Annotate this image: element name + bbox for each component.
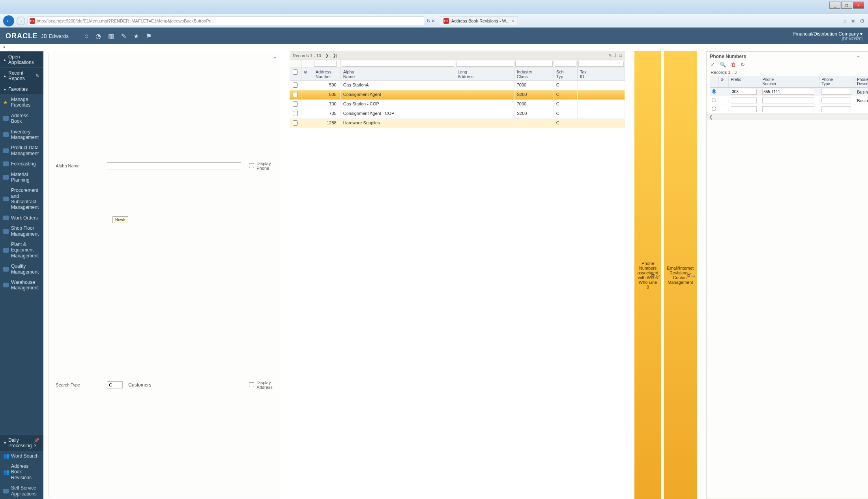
sidebar-item-shop-floor[interactable]: Shop Floor Management [0,223,43,239]
col-phone-number[interactable]: Phone Number [760,76,819,87]
sidebar-section-favorites[interactable]: ▾Favorites [0,84,43,94]
alpha-name-input[interactable] [107,162,241,169]
pin-icon[interactable]: 📌 × [34,438,39,448]
minimize-icon[interactable]: ▭ [691,273,695,278]
sidebar-section-daily[interactable]: ▾Daily Processing📌 × [0,435,43,451]
row-checkbox[interactable] [293,111,298,116]
home-icon[interactable]: ⌂ [844,18,847,24]
win-maximize[interactable]: □ [841,2,852,9]
export-icon[interactable]: ⤴ [614,53,617,58]
sidebar-section-recent[interactable]: ▸Recent Reports↻ [0,68,43,84]
qbe-industry[interactable] [515,61,553,67]
detach-icon[interactable]: □ [619,53,622,58]
recent-icon[interactable]: ◔ [95,32,101,40]
col-alpha-name[interactable]: Alpha Name [341,68,455,81]
next-page-icon[interactable]: ❯ [325,53,329,58]
row-checkbox[interactable] [293,101,298,107]
flag-col[interactable]: ⊗ [301,68,313,81]
table-row[interactable]: 700 Gas Station - COP 7000 C [290,100,625,109]
col-long-address[interactable]: Long Address [455,68,514,81]
table-row[interactable]: 1288 Hardware Supplies C [290,119,625,128]
col-sch-typ[interactable]: Sch Typ [554,68,578,81]
prefix-input[interactable] [731,98,757,103]
url-bar[interactable]: E1 http://localhost:9200/jde/E1Menu.maf?… [28,17,424,25]
phone-type-input[interactable] [821,89,851,95]
menu-strip[interactable]: ▾ [0,44,868,51]
sidebar-item-quality[interactable]: Quality Management [0,261,43,277]
scroll-down-icon[interactable]: ⌄ [856,51,861,59]
phone-number-input[interactable] [762,106,814,112]
col-industry[interactable]: Industry Class [514,68,554,81]
popout-icon[interactable]: ⧉ [687,273,690,278]
table-row[interactable] [710,105,868,114]
search-icon[interactable]: 🔍 [720,62,726,68]
sidebar-item-inventory[interactable]: Inventory Management [0,127,43,143]
tab-close-icon[interactable]: × [512,19,514,23]
refresh-icon[interactable]: ↻ [36,73,39,79]
prefix-input[interactable] [731,106,757,112]
search-type-input[interactable] [107,381,123,388]
phone-number-input[interactable] [762,89,814,95]
prefix-input[interactable] [731,89,757,95]
table-row[interactable]: 505 Consignment Agent S200 C [290,90,625,100]
display-phone-checkbox[interactable] [249,163,254,168]
browser-back-button[interactable]: ← [3,15,14,26]
edit-icon[interactable]: ✎ [121,32,126,40]
win-minimize[interactable]: _ [829,2,840,9]
sidebar-item-procurement[interactable]: Procurement and Subcontract Management [0,185,43,213]
company-selector[interactable]: Financial/Distribution Company ▾ [DEMO92… [793,31,862,41]
browser-forward-button[interactable]: → [17,17,25,25]
minimize-icon[interactable]: ▭ [656,273,660,278]
win-close[interactable]: × [853,2,864,9]
qbe-long-address[interactable] [456,61,513,67]
sidebar-item-product-data[interactable]: Product Data Management [0,143,43,159]
col-phone-desc[interactable]: Phone Type Description [855,76,868,87]
stop-icon[interactable]: ✕ [431,18,435,24]
table-row[interactable]: Business [710,96,868,105]
sidebar-item-word-search[interactable]: 👥Word Search [0,451,43,461]
qbe-address-number[interactable] [314,61,337,67]
scroll-up-icon[interactable]: ⌃ [272,56,277,63]
phone-type-input[interactable] [821,98,851,103]
row-checkbox[interactable] [293,92,298,97]
row-radio[interactable] [712,89,716,94]
sidebar-item-plant-equipment[interactable]: Plant & Equipment Management [0,239,43,261]
qbe-tax-id[interactable] [578,61,624,67]
row-checkbox[interactable] [293,120,298,126]
gear-icon[interactable]: ⚙ [860,18,865,24]
popout-icon[interactable]: ⧉ [651,273,655,278]
table-row[interactable]: 500 Gas StationA 7000 C [290,81,625,90]
sidebar-item-warehouse[interactable]: Warehouse Management [0,277,43,293]
sidebar-item-forecasting[interactable]: Forecasting [0,159,43,169]
col-phone-type[interactable]: Phone Type [819,76,855,87]
phone-tab[interactable]: Phone Numbers associated with Whos Who L… [634,51,662,499]
row-checkbox[interactable] [293,83,298,88]
table-row[interactable]: 705 Consignment Agent - COP S200 C [290,109,625,119]
sidebar-item-self-service[interactable]: Self Service Applications [0,483,43,499]
sidebar-item-address-book[interactable]: Address Book [0,111,43,127]
star-icon[interactable]: ★ [851,18,856,24]
reload-icon[interactable]: ↻ [427,18,430,24]
sidebar-item-material-planning[interactable]: Material Planning [0,169,43,186]
scroll-left-icon[interactable]: ❮ [709,114,713,120]
last-page-icon[interactable]: ❯| [333,53,337,58]
sidebar-item-ab-revisions[interactable]: 👥Address Book Revisions [0,461,43,483]
sidebar-section-open-apps[interactable]: ▸Open Applications [0,51,43,68]
ok-icon[interactable]: ✓ [711,62,715,68]
phone-number-input[interactable] [762,98,814,103]
customize-icon[interactable]: ✎ [608,53,612,58]
col-prefix[interactable]: Prefix [729,76,760,87]
refresh-icon[interactable]: ↻ [741,62,745,68]
col-tax-id[interactable]: Tax ID [578,68,625,81]
qbe-alpha-name[interactable] [342,61,454,67]
select-all-checkbox[interactable] [293,69,298,75]
favorites-icon[interactable]: ★ [133,32,139,40]
home-icon[interactable]: ⌂ [84,32,88,40]
table-row[interactable]: Business [710,88,868,96]
row-radio[interactable] [712,106,716,111]
flag-icon[interactable]: ⚑ [146,32,152,40]
display-address-checkbox[interactable] [249,382,254,387]
col-address-number[interactable]: Address Number [313,68,341,81]
browser-tab[interactable]: E1 Address Book Revisions - W... × [440,17,518,25]
email-tab[interactable]: Email/Internet Revisions - Contact Manag… [664,51,697,499]
